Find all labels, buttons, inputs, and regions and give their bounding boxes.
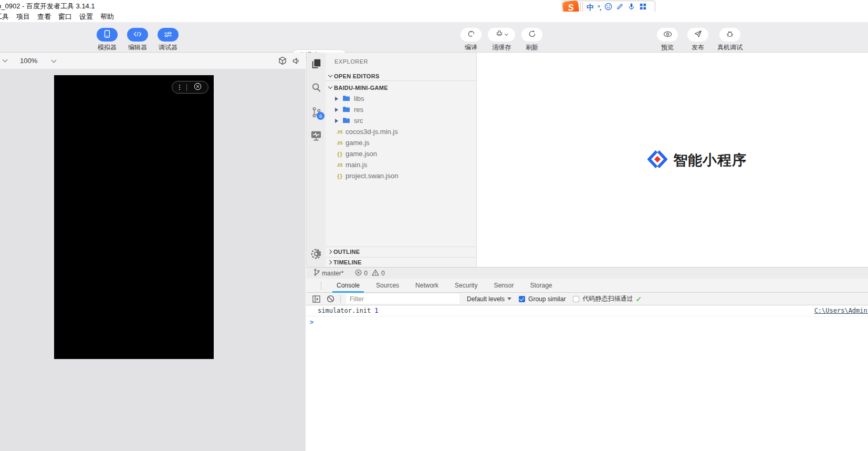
debug-panel-icon[interactable] [310,130,322,143]
menu-tools[interactable]: 工具 [0,12,9,22]
editor-area: 智能小程序 [477,53,868,267]
tab-security[interactable]: Security [454,279,478,293]
phone-icon [104,30,110,40]
refresh-button[interactable]: 刷新 [517,22,547,52]
device-select-chevron-icon[interactable] [3,57,8,63]
check-icon: ✓ [635,295,642,303]
publish-button[interactable]: 发布 [683,22,713,52]
sliders-icon [164,30,172,39]
device-debug-button[interactable]: 真机调试 [713,22,747,52]
preview-button[interactable]: 预览 [652,22,683,52]
file-row[interactable]: JS game.js [326,137,477,148]
compile-label: 编译 [465,43,477,52]
speaker-icon[interactable] [292,57,300,67]
chevron-right-icon [328,250,332,254]
tab-storage[interactable]: Storage [529,279,553,293]
group-similar-label: Group similar [528,295,566,303]
folder-row-libs[interactable]: libs [326,93,477,104]
chevron-right-icon [335,108,338,112]
preview-label: 预览 [661,43,674,52]
chevron-down-icon [328,73,332,77]
debugger-button[interactable]: 调试器 [153,22,183,52]
divider [340,295,341,303]
brand-logo: 智能小程序 [647,149,747,171]
filter-input[interactable] [346,294,459,304]
static-scan-checkbox[interactable] [573,296,579,302]
folder-row-src[interactable]: src [326,115,477,126]
project-root[interactable]: BAIDU-MINI-GAME [326,83,477,92]
menu-bar: 工具 项目 查看 窗口 设置 帮助 [0,12,868,22]
chevron-down-icon [51,57,57,63]
settings-gear-icon[interactable] [310,248,322,262]
explorer-icon[interactable] [310,58,322,71]
timeline-section[interactable]: TIMELINE [326,257,477,267]
tab-sensor[interactable]: Sensor [493,279,515,293]
code-icon [133,30,142,39]
brand-text: 智能小程序 [673,151,747,170]
editor-button[interactable]: 编辑器 [122,22,153,52]
chevron-down-icon [504,32,508,36]
window-title: o_0902 - 百度开发者工具 3.14.1 [0,2,95,11]
project-name: BAIDU-MINI-GAME [334,85,388,91]
branch-name: master* [322,270,343,277]
compile-button[interactable]: 编译 [456,22,486,52]
git-branch-icon [313,269,320,278]
console-log-row: simulator.init 1 C:\Users\Admini [306,305,868,316]
chinese-mode-icon[interactable]: 中 [587,3,594,13]
tab-console[interactable]: Console [336,279,361,293]
menu-window[interactable]: 窗口 [58,12,72,22]
more-icon[interactable] [179,85,180,90]
warnings-icon [372,269,379,278]
tab-sources[interactable]: Sources [375,279,400,293]
chevron-right-icon [328,260,332,264]
phone-screen[interactable] [54,75,214,359]
problems-indicator[interactable]: 0 0 [355,269,384,278]
cube-icon[interactable] [278,56,287,67]
tab-network[interactable]: Network [414,279,440,293]
folder-name: libs [354,95,364,102]
search-icon[interactable] [311,82,322,95]
file-name: main.js [346,161,367,169]
outline-section[interactable]: OUTLINE [326,247,477,257]
branch-indicator[interactable]: master* [313,269,343,278]
group-similar-checkbox[interactable] [519,296,525,302]
file-name: game.js [346,139,370,147]
close-icon[interactable] [194,83,202,93]
folder-icon [342,116,350,126]
clear-cache-label: 清缓存 [492,43,511,52]
open-editors-section[interactable]: OPEN EDITORS [326,71,477,80]
file-row[interactable]: JS main.js [326,159,477,170]
simulator-button[interactable]: 模拟器 [92,22,122,52]
folder-name: res [354,106,363,114]
menu-help[interactable]: 帮助 [100,12,114,22]
menu-project[interactable]: 项目 [16,12,30,22]
file-row[interactable]: { } project.swan.json [326,170,477,181]
file-row[interactable]: { } game.json [326,148,477,159]
clear-cache-button[interactable]: 清缓存 [486,22,517,52]
zoom-select[interactable]: 100% [20,57,56,65]
menu-view[interactable]: 查看 [37,12,51,22]
status-bar: master* 0 0 [306,267,868,279]
default-levels-select[interactable]: Default levels [467,295,511,303]
smart-program-logo-icon [647,149,667,171]
title-bar: o_0902 - 百度开发者工具 3.14.1 S 中 °, [0,0,868,12]
folder-row-res[interactable]: res [326,104,477,115]
clear-console-icon[interactable] [327,295,334,303]
warnings-count: 0 [381,270,385,277]
outline-label: OUTLINE [333,249,360,255]
json-file-icon: { } [334,151,345,157]
console-prompt-chevron[interactable]: > [310,319,313,326]
errors-icon [355,269,362,278]
console-sidebar-icon[interactable] [312,295,320,303]
folder-icon [342,94,350,104]
brush-icon [496,30,503,39]
menu-settings[interactable]: 设置 [79,12,93,22]
simulator-label: 模拟器 [98,43,117,52]
send-icon [694,30,702,40]
file-row[interactable]: JS cocos3d-js.min.js [326,126,477,137]
capsule-menu [172,81,208,94]
log-source-link[interactable]: C:\Users\Admini [814,307,868,314]
editor-label: 编辑器 [128,43,147,52]
open-editors-label: OPEN EDITORS [334,73,380,79]
punctuation-icon[interactable]: °, [598,4,601,12]
